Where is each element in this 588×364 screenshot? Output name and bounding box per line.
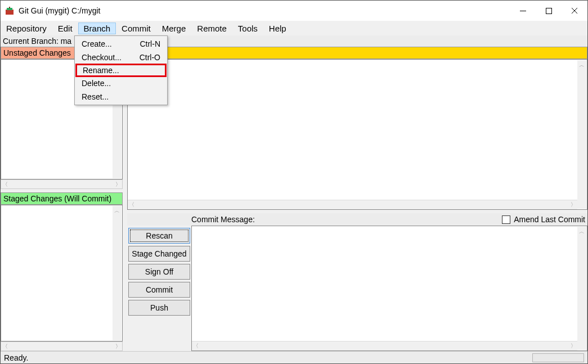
menubar: Repository Edit Branch Commit Merge Remo… xyxy=(1,21,587,35)
menu-item-label: Rename... xyxy=(83,66,119,75)
status-text: Ready. xyxy=(4,353,28,362)
window-title: Git Gui (mygit) C:/mygit xyxy=(19,6,510,15)
staged-header: Staged Changes (Will Commit) xyxy=(1,192,123,205)
scrollbar-horizontal[interactable]: 〈〉 xyxy=(128,200,577,209)
commit-message-input[interactable]: ︿ 〈〉 xyxy=(191,226,587,351)
scrollbar-horizontal[interactable]: 〈〉 xyxy=(1,341,123,351)
scrollbar-horizontal[interactable]: 〈〉 xyxy=(1,179,123,189)
menu-item-rename[interactable]: Rename... xyxy=(75,64,167,77)
menu-repository[interactable]: Repository xyxy=(1,23,52,34)
titlebar: Git Gui (mygit) C:/mygit xyxy=(1,1,587,21)
scrollbar-vertical[interactable]: ︿ xyxy=(577,227,586,350)
menu-merge[interactable]: Merge xyxy=(156,23,192,34)
progress-bar xyxy=(532,353,584,362)
scrollbar-horizontal[interactable]: 〈〉 xyxy=(192,341,577,350)
close-button[interactable] xyxy=(562,1,587,21)
window-controls xyxy=(510,1,587,21)
menu-help[interactable]: Help xyxy=(263,23,292,34)
menu-item-label: Delete... xyxy=(82,79,111,88)
stage-changed-button[interactable]: Stage Changed xyxy=(128,246,190,262)
menu-tools[interactable]: Tools xyxy=(232,23,263,34)
diff-viewer[interactable]: ︿ 〈〉 xyxy=(127,59,587,210)
svg-rect-2 xyxy=(9,7,10,8)
menu-branch[interactable]: Branch xyxy=(78,23,116,34)
commit-buttons: Rescan Stage Changed Sign Off Commit Pus… xyxy=(127,226,191,351)
commit-panel: Commit Message: Amend Last Commit Rescan… xyxy=(127,213,587,351)
menu-item-checkout[interactable]: Checkout... Ctrl-O xyxy=(76,51,166,64)
menu-item-reset[interactable]: Reset... xyxy=(76,90,166,104)
amend-checkbox[interactable]: Amend Last Commit xyxy=(502,215,585,224)
diff-header xyxy=(127,47,587,59)
amend-label: Amend Last Commit xyxy=(514,215,585,224)
menu-item-delete[interactable]: Delete... xyxy=(76,77,166,90)
menu-commit[interactable]: Commit xyxy=(116,23,156,34)
checkbox-icon xyxy=(502,215,510,224)
branch-menu-dropdown: Create... Ctrl-N Checkout... Ctrl-O Rena… xyxy=(74,35,168,105)
commit-header: Commit Message: Amend Last Commit xyxy=(127,213,587,226)
push-button[interactable]: Push xyxy=(128,300,190,316)
svg-rect-4 xyxy=(546,8,551,14)
menu-item-accel: Ctrl-O xyxy=(140,53,160,62)
rescan-button[interactable]: Rescan xyxy=(128,228,190,244)
menu-item-create[interactable]: Create... Ctrl-N xyxy=(76,37,166,51)
menu-edit[interactable]: Edit xyxy=(52,23,78,34)
app-icon xyxy=(5,6,14,15)
svg-rect-0 xyxy=(6,10,14,15)
minimize-button[interactable] xyxy=(510,1,536,21)
menu-item-label: Create... xyxy=(82,39,112,48)
menu-item-accel: Ctrl-N xyxy=(140,39,160,48)
scrollbar-vertical[interactable]: ︿ xyxy=(577,60,586,209)
maximize-button[interactable] xyxy=(536,1,562,21)
statusbar: Ready. xyxy=(1,351,587,363)
sign-off-button[interactable]: Sign Off xyxy=(128,264,190,280)
scrollbar-vertical[interactable]: ︿ xyxy=(113,206,122,340)
commit-button[interactable]: Commit xyxy=(128,282,190,298)
menu-item-label: Checkout... xyxy=(82,53,122,62)
menu-item-label: Reset... xyxy=(82,92,109,101)
menu-remote[interactable]: Remote xyxy=(191,23,232,34)
staged-list[interactable]: ︿ xyxy=(1,205,123,341)
commit-message-label: Commit Message: xyxy=(191,215,255,224)
right-column: ︿ 〈〉 Commit Message: Amend Last Commit R… xyxy=(127,47,587,351)
